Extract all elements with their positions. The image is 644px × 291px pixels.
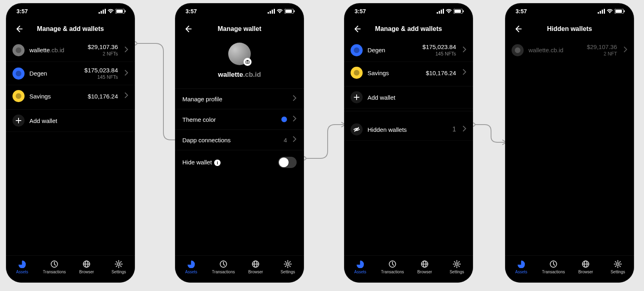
wallet-name: wallette.cb.id xyxy=(29,47,83,53)
hide-wallet-toggle[interactable] xyxy=(278,157,297,168)
chevron-right-icon xyxy=(124,92,128,100)
signal-icon xyxy=(437,9,444,14)
gear-icon xyxy=(284,260,292,268)
wallet-value: $29,107.36 xyxy=(88,43,118,50)
tab-settings[interactable]: Settings xyxy=(602,256,634,279)
add-wallet-label: Add wallet xyxy=(367,94,395,101)
svg-rect-23 xyxy=(247,60,248,61)
battery-icon xyxy=(454,9,464,14)
status-indicators xyxy=(437,9,464,14)
plus-icon xyxy=(351,91,363,103)
tab-settings[interactable]: Settings xyxy=(272,256,304,279)
hide-wallet-row: Hide walleti xyxy=(175,150,304,174)
svg-rect-17 xyxy=(274,9,275,14)
svg-rect-34 xyxy=(463,10,464,12)
svg-rect-29 xyxy=(439,11,440,14)
pie-icon xyxy=(18,260,26,268)
tab-transactions[interactable]: Transactions xyxy=(38,256,70,279)
page-title: Manage & add wallets xyxy=(344,25,473,33)
wallet-sub: 145 NFTs xyxy=(85,74,118,80)
add-wallet-label: Add wallet xyxy=(29,117,57,124)
tabbar: Assets Transactions Browser Settings xyxy=(505,255,634,283)
wallet-avatar-icon xyxy=(12,68,25,80)
back-button[interactable] xyxy=(13,23,25,35)
chevron-right-icon xyxy=(462,126,466,133)
back-arrow-icon xyxy=(15,25,23,33)
tab-transactions[interactable]: Transactions xyxy=(376,256,409,279)
clock-icon xyxy=(219,260,227,268)
wallet-sub: 2 NFTs xyxy=(88,51,118,57)
pie-icon xyxy=(356,260,364,268)
wallet-avatar-icon xyxy=(12,90,25,102)
tabbar: Assets Transactions Browser Settings xyxy=(175,255,304,283)
tab-browser[interactable]: Browser xyxy=(70,256,103,279)
globe-icon xyxy=(582,260,590,268)
svg-rect-40 xyxy=(598,12,599,14)
dapp-count: 4 xyxy=(284,137,287,143)
wallet-row[interactable]: wallette.cb.id $29,107.36 2 NFT xyxy=(505,39,634,61)
manage-profile-row[interactable]: Manage profile xyxy=(175,88,304,109)
wallet-sub: 145 NFTs xyxy=(423,51,456,57)
statusbar: 3:57 xyxy=(344,3,473,19)
tab-transactions[interactable]: Transactions xyxy=(537,256,570,279)
wifi-icon xyxy=(446,9,452,14)
signal-icon xyxy=(598,9,605,14)
theme-color-row[interactable]: Theme color xyxy=(175,109,304,129)
back-arrow-icon xyxy=(514,25,522,33)
header: Manage wallet xyxy=(175,19,304,39)
wallet-row[interactable]: Savings $10,176.24 xyxy=(344,62,473,84)
gear-icon xyxy=(453,260,461,268)
svg-rect-15 xyxy=(270,11,271,14)
screen-manage-and-add-1: 3:57 Manage & add wallets wallette.cb.id… xyxy=(6,3,135,283)
battery-icon xyxy=(116,9,126,14)
status-time: 3:57 xyxy=(186,8,197,14)
wallet-value: $175,023.84 xyxy=(423,43,456,50)
wallet-row[interactable]: Savings $10,176.24 xyxy=(6,85,135,107)
header: Hidden wallets xyxy=(505,19,634,39)
status-time: 3:57 xyxy=(355,8,366,14)
hidden-wallets-row[interactable]: Hidden wallets 1 xyxy=(344,119,473,141)
tab-assets[interactable]: Assets xyxy=(6,256,38,279)
gear-icon xyxy=(614,260,622,268)
profile-avatar[interactable] xyxy=(228,43,251,65)
wallet-row[interactable]: wallette.cb.id $29,107.36 2 NFTs xyxy=(6,39,135,62)
svg-rect-30 xyxy=(441,10,442,14)
wallet-value: $10,176.24 xyxy=(88,93,118,100)
add-wallet-button[interactable]: Add wallet xyxy=(6,109,135,132)
chevron-right-icon xyxy=(293,136,297,143)
tab-assets[interactable]: Assets xyxy=(175,256,207,279)
back-button[interactable] xyxy=(512,23,524,35)
back-button[interactable] xyxy=(351,23,363,35)
svg-rect-45 xyxy=(615,10,622,13)
tab-settings[interactable]: Settings xyxy=(441,256,473,279)
gear-icon xyxy=(115,260,123,268)
clock-icon xyxy=(50,260,58,268)
tab-transactions[interactable]: Transactions xyxy=(207,256,239,279)
back-button[interactable] xyxy=(182,23,194,35)
tab-assets[interactable]: Assets xyxy=(505,256,537,279)
tab-browser[interactable]: Browser xyxy=(570,256,602,279)
tab-browser[interactable]: Browser xyxy=(239,256,272,279)
tabbar: Assets Transactions Browser Settings xyxy=(6,255,135,283)
svg-rect-14 xyxy=(268,12,269,14)
wallet-row[interactable]: Degen $175,023.84 145 NFTs xyxy=(344,39,473,62)
pie-icon xyxy=(187,260,195,268)
info-icon[interactable]: i xyxy=(214,160,221,166)
tab-browser[interactable]: Browser xyxy=(409,256,441,279)
page-title: Hidden wallets xyxy=(505,25,634,33)
add-wallet-button[interactable]: Add wallet xyxy=(344,86,473,109)
wallet-value: $175,023.84 xyxy=(85,67,118,74)
svg-point-50 xyxy=(617,263,619,265)
wallet-row[interactable]: Degen $175,023.84 145 NFTs xyxy=(6,62,135,85)
svg-rect-20 xyxy=(294,10,295,12)
svg-point-27 xyxy=(287,263,289,265)
chevron-right-icon xyxy=(462,69,466,76)
header: Manage & add wallets xyxy=(6,19,135,39)
wallet-avatar-icon xyxy=(351,67,363,79)
tab-settings[interactable]: Settings xyxy=(103,256,135,279)
tab-assets[interactable]: Assets xyxy=(344,256,376,279)
dapp-connections-row[interactable]: Dapp connections 4 xyxy=(175,129,304,150)
wallet-name: wallette.cb.id xyxy=(528,47,582,53)
status-indicators xyxy=(99,9,126,14)
svg-rect-46 xyxy=(624,10,625,12)
